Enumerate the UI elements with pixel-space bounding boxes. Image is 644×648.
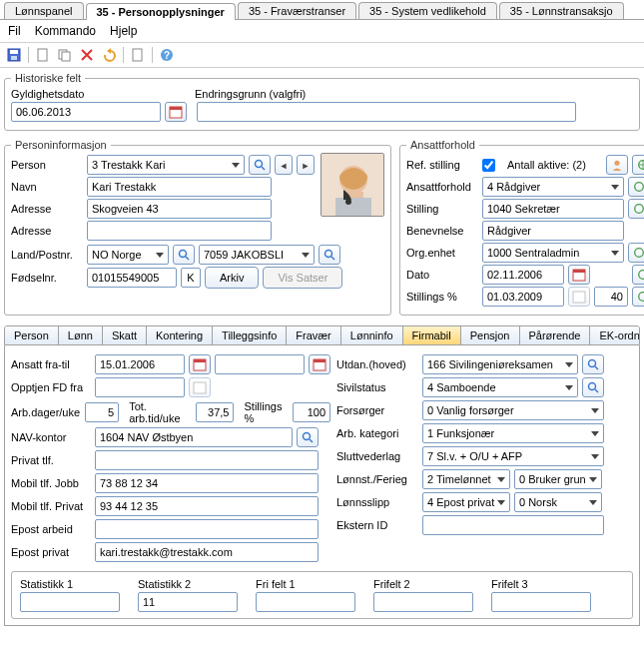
svg-point-37 xyxy=(304,433,311,440)
arbdager-input[interactable] xyxy=(85,402,119,422)
stillingspct-input[interactable] xyxy=(594,287,628,307)
ref-stilling-checkbox[interactable] xyxy=(482,159,495,172)
search-icon[interactable] xyxy=(249,155,271,175)
search-icon[interactable] xyxy=(582,377,604,397)
ansatt-til-input[interactable] xyxy=(215,354,305,374)
prev-button[interactable] xyxy=(275,155,293,175)
epostarbeid-input[interactable] xyxy=(95,519,319,539)
subtab-fravaer[interactable]: Fravær xyxy=(287,326,340,344)
arkiv-button[interactable]: Arkiv xyxy=(205,267,259,289)
orgenhet-select[interactable]: 1000 Sentraladmin xyxy=(482,243,624,263)
subtab-ekordnin[interactable]: EK-ordnin xyxy=(590,326,640,344)
svg-point-25 xyxy=(635,205,644,214)
dato-input[interactable] xyxy=(482,265,564,285)
k-input[interactable] xyxy=(181,268,201,288)
calendar-icon[interactable] xyxy=(309,354,330,374)
tab-lonnspanel[interactable]: Lønnspanel xyxy=(4,2,84,19)
stpct-input[interactable] xyxy=(293,402,330,422)
mobiljobb-input[interactable] xyxy=(95,473,319,493)
search-icon[interactable] xyxy=(319,245,340,265)
calendar-icon[interactable] xyxy=(189,354,211,374)
menu-fil[interactable]: Fil xyxy=(8,24,21,38)
menu-kommando[interactable]: Kommando xyxy=(35,24,96,38)
benevnelse-input[interactable] xyxy=(482,221,624,241)
forsorger-select[interactable]: 0 Vanlig forsørger xyxy=(422,400,604,420)
arbkat-select[interactable]: 1 Funksjonær xyxy=(422,423,604,443)
stilling-input[interactable] xyxy=(482,199,624,219)
delete-icon[interactable] xyxy=(79,47,95,63)
navkontor-input[interactable] xyxy=(95,427,293,447)
tot-input[interactable] xyxy=(196,402,234,422)
frifelt3-input[interactable] xyxy=(491,592,591,612)
subtab-lonn[interactable]: Lønn xyxy=(59,326,103,344)
lonnst1-select[interactable]: 2 Timelønnet xyxy=(422,469,510,489)
next-button[interactable] xyxy=(297,155,315,175)
undo-icon[interactable] xyxy=(101,47,117,63)
new-icon[interactable] xyxy=(35,47,51,63)
help-icon[interactable]: ? xyxy=(159,47,175,63)
svg-point-24 xyxy=(635,183,644,192)
sluttved-select[interactable]: 7 Sl.v. + O/U + AFP xyxy=(422,446,604,466)
globe-icon[interactable] xyxy=(632,155,644,175)
utdan-select[interactable]: 166 Sivilingeniøreksamen xyxy=(422,354,578,374)
person-icon[interactable] xyxy=(606,155,628,175)
mobilpriv-input[interactable] xyxy=(95,496,319,516)
subtab-firmabil[interactable]: Firmabil xyxy=(403,326,461,344)
tab-lonnstransaksjo[interactable]: 35 - Lønnstransaksjo xyxy=(499,2,624,19)
frifelt2-input[interactable] xyxy=(373,592,473,612)
svg-rect-35 xyxy=(314,359,325,362)
menu-hjelp[interactable]: Hjelp xyxy=(110,24,137,38)
privattlf-input[interactable] xyxy=(95,450,319,470)
calendar-icon[interactable] xyxy=(189,377,211,397)
calendar-icon[interactable] xyxy=(568,287,590,307)
calendar-icon[interactable] xyxy=(568,265,590,285)
tab-fravaerstranser[interactable]: 35 - Fraværstranser xyxy=(238,2,356,19)
subtab-kontering[interactable]: Kontering xyxy=(147,326,213,344)
navn-input[interactable] xyxy=(87,177,272,197)
tab-system-vedlikehold[interactable]: 35 - System vedlikehold xyxy=(358,2,497,19)
lonnst2-select[interactable]: 0 Bruker grun xyxy=(514,469,602,489)
stillingspct-date-input[interactable] xyxy=(482,287,564,307)
globe-icon[interactable] xyxy=(628,177,644,197)
ansatt-fra-input[interactable] xyxy=(95,354,185,374)
tot-label: Tot. arb.tid/uke xyxy=(129,400,192,424)
endringsgrunn-input[interactable] xyxy=(197,102,576,122)
sivilst-select[interactable]: 4 Samboende xyxy=(422,377,578,397)
fodselnr-input[interactable] xyxy=(87,268,177,288)
land-label: Land/Postnr. xyxy=(11,249,83,261)
subtab-pensjon[interactable]: Pensjon xyxy=(461,326,520,344)
blank-icon[interactable] xyxy=(130,47,146,63)
slip1-select[interactable]: 4 Epost privat xyxy=(422,492,510,512)
person-select[interactable]: 3 Trestakk Kari xyxy=(87,155,245,175)
globe-icon[interactable] xyxy=(632,265,644,285)
ansattforhold-select[interactable]: 4 Rådgiver xyxy=(482,177,624,197)
epostprivat-input[interactable] xyxy=(95,542,319,562)
search-icon[interactable] xyxy=(297,427,319,447)
tab-personopplysninger[interactable]: 35 - Personopplysninger xyxy=(86,3,236,20)
adresse1-input[interactable] xyxy=(87,199,272,219)
postnr-select[interactable]: 7059 JAKOBSLI xyxy=(199,245,315,265)
subtab-parorende[interactable]: Pårørende xyxy=(520,326,591,344)
search-icon[interactable] xyxy=(582,354,604,374)
subtab-person[interactable]: Person xyxy=(5,326,59,344)
globe-icon[interactable] xyxy=(632,287,644,307)
stat1-input[interactable] xyxy=(20,592,120,612)
subtab-tilleggsinfo[interactable]: Tilleggsinfo xyxy=(213,326,287,344)
globe-icon[interactable] xyxy=(628,243,644,263)
save-icon[interactable] xyxy=(6,47,22,63)
frifelt1-input[interactable] xyxy=(256,592,355,612)
gyldighetsdato-input[interactable] xyxy=(11,102,161,122)
stat2-input[interactable] xyxy=(138,592,238,612)
calendar-icon[interactable] xyxy=(165,102,187,122)
svg-point-11 xyxy=(256,161,263,168)
eksternid-input[interactable] xyxy=(422,515,604,535)
land-select[interactable]: NO Norge xyxy=(87,245,169,265)
search-icon[interactable] xyxy=(173,245,195,265)
globe-icon[interactable] xyxy=(628,199,644,219)
adresse2-input[interactable] xyxy=(87,221,272,241)
subtab-skatt[interactable]: Skatt xyxy=(103,326,147,344)
copy-icon[interactable] xyxy=(57,47,73,63)
opptjen-input[interactable] xyxy=(95,377,185,397)
slip2-select[interactable]: 0 Norsk xyxy=(514,492,602,512)
subtab-lonninfo[interactable]: Lønninfo xyxy=(341,326,403,344)
